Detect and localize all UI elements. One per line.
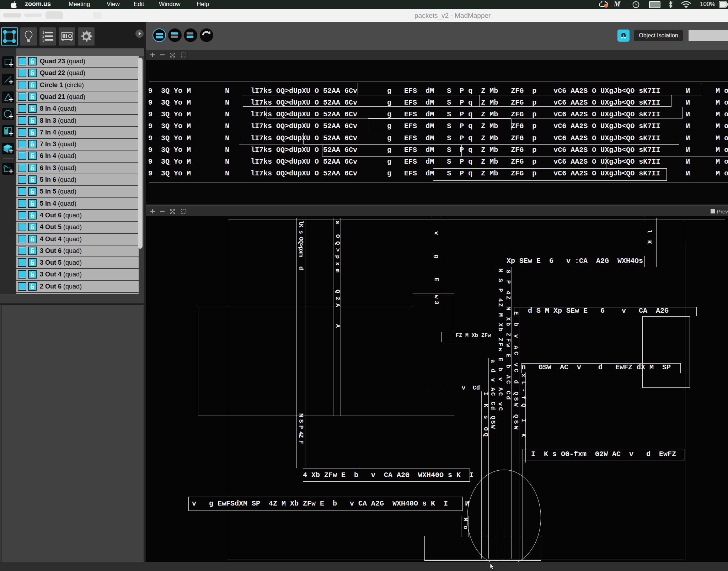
svg-text:3: 3: [42, 38, 44, 42]
